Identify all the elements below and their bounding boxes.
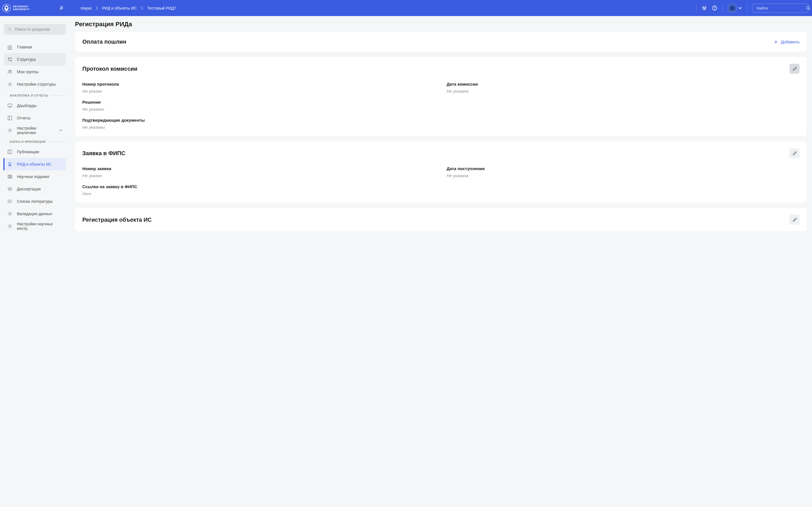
sidebar-item-journals[interactable]: Научные издания	[4, 170, 66, 183]
divider	[747, 4, 747, 12]
edit-button[interactable]	[790, 215, 800, 225]
sidebar-item-structure[interactable]: Структура	[4, 53, 66, 66]
field-label: Подтверждающие документы	[82, 118, 800, 122]
sidebar-item-reports[interactable]: Отчеты	[4, 112, 66, 124]
divider	[722, 4, 723, 12]
svg-point-34	[9, 226, 11, 227]
pencil-icon	[792, 66, 797, 71]
list-icon	[7, 199, 12, 204]
svg-line-14	[10, 30, 11, 31]
sidebar-item-analytics-settings[interactable]: Настройки аналитики	[4, 124, 66, 136]
svg-line-12	[809, 9, 810, 10]
sidebar-item-validation[interactable]: Валидация данных	[4, 208, 66, 220]
sidebar-item-publications[interactable]: Публикации	[4, 146, 66, 158]
search-icon[interactable]	[806, 6, 811, 10]
edit-button[interactable]	[790, 148, 800, 158]
sidebar-item-label: Структура	[17, 57, 36, 62]
sidebar-item-label: Главная	[17, 45, 32, 49]
field-value: Не указан	[82, 89, 435, 94]
gear-icon	[7, 224, 12, 229]
global-search[interactable]	[752, 4, 809, 13]
sidebar-search[interactable]	[4, 24, 66, 35]
sidebar-item-home[interactable]: Главная	[4, 41, 66, 53]
page-title: Регистрация РИДа	[75, 20, 807, 28]
card-fips: Заявка в ФИПС Номер заявки Не указан Дат…	[75, 142, 807, 203]
breadcrumb-item-2[interactable]: Тестовый РИД7	[147, 6, 176, 10]
sidebar-item-science-settings[interactable]: Настройки научных инстр.	[4, 220, 66, 232]
card-fees: Оплата пошлин Добавить	[75, 32, 807, 52]
svg-point-30	[8, 200, 8, 201]
card-title: Заявка в ФИПС	[82, 150, 125, 157]
edit-button[interactable]	[790, 64, 800, 74]
sidebar-item-groups[interactable]: Мои группы	[4, 66, 66, 78]
svg-point-31	[8, 201, 8, 202]
plus-icon	[774, 40, 778, 44]
add-button-label: Добавить	[781, 40, 800, 44]
add-button[interactable]: Добавить	[774, 40, 800, 44]
svg-point-17	[11, 60, 12, 61]
svg-point-15	[8, 58, 9, 59]
topbar: SECHENOV UNIVERSITY Наука РИД и объекты …	[0, 0, 812, 16]
sidebar-item-rid[interactable]: РИД и объекты ИС	[4, 158, 66, 170]
users-icon	[7, 69, 12, 74]
badge-icon	[7, 162, 12, 167]
svg-point-18	[8, 70, 10, 71]
sidebar-item-label: Настройки научных инстр.	[17, 222, 63, 231]
field-value: Не указан	[82, 173, 435, 178]
svg-point-1	[6, 6, 8, 8]
sidebar-section-science: НАУКА И ИННОВАЦИИ	[4, 140, 66, 144]
card-protocol: Протокол комиссии Номер протокола Не ука…	[75, 57, 807, 136]
main-content: Регистрация РИДа Оплата пошлин Добавить …	[70, 16, 812, 245]
svg-rect-21	[8, 104, 12, 107]
svg-point-16	[11, 58, 12, 59]
sidebar-item-label: Списки литературы	[17, 199, 53, 204]
board-icon	[7, 103, 12, 108]
settings-sliders-icon[interactable]	[702, 6, 707, 11]
field-value: Не указана	[447, 173, 800, 178]
card-title: Регистрация объекта ИС	[82, 217, 152, 223]
gear-icon	[7, 211, 12, 216]
svg-point-22	[9, 130, 11, 131]
svg-point-23	[9, 162, 11, 165]
sidebar-item-label: Публикации	[17, 150, 39, 154]
sidebar-item-dashboards[interactable]: Дашборды	[4, 100, 66, 112]
sidebar-item-label: Дашборды	[17, 103, 37, 108]
breadcrumb-item-0[interactable]: Наука	[81, 6, 92, 10]
logo[interactable]: SECHENOV UNIVERSITY	[2, 4, 30, 12]
book-icon	[7, 115, 12, 121]
pin-icon[interactable]	[59, 6, 64, 10]
search-icon	[7, 27, 12, 32]
sidebar-item-label: Настройки структуры	[17, 82, 56, 87]
sidebar-search-input[interactable]	[15, 27, 64, 32]
user-menu[interactable]	[728, 4, 742, 13]
card-title: Протокол комиссии	[82, 66, 137, 72]
svg-point-10	[714, 9, 715, 10]
breadcrumb-item-1[interactable]: РИД и объекты ИС	[102, 6, 137, 10]
sidebar-item-structure-settings[interactable]: Настройки структуры	[4, 78, 66, 91]
svg-point-7	[704, 8, 705, 9]
avatar	[728, 4, 737, 13]
svg-rect-24	[8, 175, 9, 178]
field-label: Номер протокола	[82, 82, 435, 87]
sidebar-item-label: Настройки аналитики	[17, 126, 55, 135]
sidebar-item-label: Диссертации	[17, 187, 41, 191]
svg-point-6	[703, 7, 703, 8]
card-registration: Регистрация объекта ИС	[75, 208, 807, 231]
pencil-icon	[792, 151, 797, 156]
field-label: Ссылка на заявку в ФИПС	[82, 184, 800, 189]
sidebar-item-bibliography[interactable]: Списки литературы	[4, 195, 66, 208]
global-search-input[interactable]	[756, 6, 806, 10]
book-icon	[7, 149, 12, 154]
field-label: Дата комиссии	[447, 82, 800, 87]
logo-text-line2: UNIVERSITY	[13, 8, 30, 11]
svg-point-33	[9, 213, 11, 215]
books-icon	[7, 174, 12, 179]
help-icon[interactable]	[712, 5, 717, 11]
gear-icon	[7, 128, 12, 133]
gear-icon	[7, 82, 12, 87]
sidebar-item-label: Отчеты	[17, 116, 31, 120]
sidebar-item-label: Мои группы	[17, 69, 38, 74]
svg-point-20	[9, 83, 11, 85]
sidebar-item-dissertations[interactable]: Диссертации	[4, 183, 66, 195]
cap-icon	[7, 186, 12, 191]
